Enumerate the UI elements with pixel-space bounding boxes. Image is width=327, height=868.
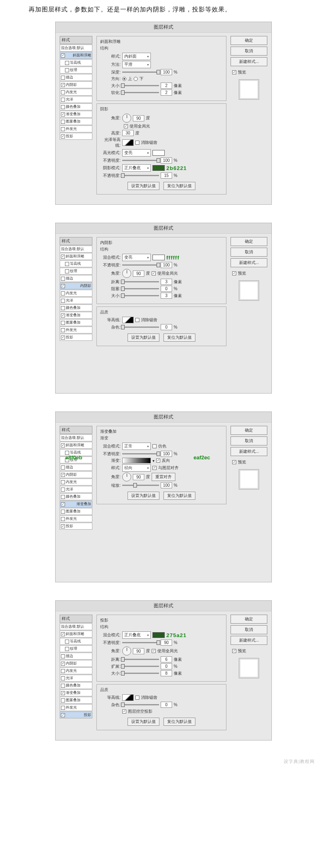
reverse-checkbox[interactable]: ✓ — [156, 459, 160, 463]
spread-input[interactable]: 0 — [161, 663, 172, 669]
size-slider[interactable] — [122, 295, 159, 296]
spread-slider[interactable] — [122, 666, 159, 667]
set-default-button[interactable]: 设置为默认值 — [128, 718, 159, 726]
style-pattern-overlay[interactable]: 图案叠加 — [60, 697, 92, 704]
style-stroke[interactable]: 描边 — [60, 653, 92, 660]
style-texture[interactable]: 纹理 — [60, 268, 92, 275]
cancel-button[interactable]: 取消 — [231, 625, 267, 634]
checkbox-icon[interactable] — [61, 299, 65, 303]
gradient-picker[interactable] — [122, 458, 151, 463]
checkbox-icon[interactable] — [65, 262, 69, 266]
style-pattern-overlay[interactable]: 图案叠加 — [60, 118, 92, 125]
set-default-button[interactable]: 设置为默认值 — [128, 182, 159, 190]
style-bevel[interactable]: ✓斜面和浮雕 — [60, 631, 92, 638]
style-color-overlay[interactable]: 颜色叠加 — [60, 103, 92, 110]
highlight-mode-select[interactable]: 变亮▾ — [122, 149, 151, 157]
style-inner-glow[interactable]: 内发光 — [60, 667, 92, 674]
chevron-down-icon[interactable]: ▾ — [152, 459, 155, 463]
checkbox-icon[interactable] — [61, 98, 65, 102]
checkbox-icon[interactable] — [61, 517, 65, 521]
angle-dial[interactable] — [122, 472, 131, 481]
checkbox-icon[interactable] — [61, 510, 65, 514]
style-gradient-overlay[interactable]: ✓渐变叠加 — [60, 501, 92, 508]
blend-mode-select[interactable]: 变亮▾ — [122, 254, 151, 261]
global-light-checkbox[interactable]: ✓ — [124, 124, 128, 128]
checkbox-icon[interactable] — [65, 68, 69, 72]
blend-mode-select[interactable]: 正常▾ — [122, 443, 151, 450]
reset-align-button[interactable]: 重置对齐 — [152, 473, 175, 481]
noise-input[interactable]: 0 — [161, 702, 172, 708]
cancel-button[interactable]: 取消 — [231, 436, 267, 445]
scale-input[interactable]: 100 — [161, 482, 172, 488]
style-inner-shadow[interactable]: ✓内阴影 — [60, 282, 92, 289]
depth-input[interactable]: 100 — [161, 69, 172, 75]
style-bevel[interactable]: ✓斜面和浮雕 — [60, 442, 92, 449]
highlight-opacity-input[interactable]: 100 — [161, 157, 172, 163]
scale-slider[interactable] — [122, 485, 159, 486]
knockout-checkbox[interactable]: ✓ — [122, 709, 126, 714]
angle-input[interactable]: 90 — [133, 474, 144, 480]
highlight-opacity-slider[interactable] — [122, 160, 159, 161]
size-slider[interactable] — [122, 673, 159, 674]
cancel-button[interactable]: 取消 — [231, 248, 267, 257]
style-blend-default[interactable]: 混合选项:默认 — [60, 623, 92, 630]
distance-slider[interactable] — [122, 281, 159, 282]
checkbox-icon[interactable]: ✓ — [61, 691, 65, 695]
noise-slider[interactable] — [122, 704, 159, 705]
checkbox-icon[interactable] — [61, 669, 65, 673]
style-blend-default[interactable]: 混合选项:默认 — [60, 45, 92, 51]
ok-button[interactable]: 确定 — [231, 615, 267, 624]
size-input[interactable]: 8 — [161, 670, 172, 676]
style-satin[interactable]: 光泽 — [60, 297, 92, 304]
preview-checkbox[interactable]: ✓ — [232, 649, 236, 653]
styles-header[interactable]: 样式 — [60, 426, 92, 434]
style-inner-glow[interactable]: 内发光 — [60, 89, 92, 96]
noise-input[interactable]: 0 — [161, 324, 172, 330]
checkbox-icon[interactable]: ✓ — [61, 336, 65, 340]
checkbox-icon[interactable] — [61, 495, 65, 499]
angle-input[interactable]: 90 — [133, 115, 144, 121]
style-drop-shadow[interactable]: ✓投影 — [60, 711, 92, 718]
style-gradient-overlay[interactable]: ✓渐变叠加 — [60, 312, 92, 319]
checkbox-icon[interactable] — [61, 277, 65, 281]
antialias-checkbox[interactable] — [135, 318, 139, 322]
checkbox-icon[interactable]: ✓ — [61, 54, 65, 58]
opacity-slider[interactable] — [122, 264, 159, 266]
style-select[interactable]: 内斜面▾ — [122, 53, 151, 60]
style-color-overlay[interactable]: 颜色叠加 — [60, 304, 92, 311]
new-style-button[interactable]: 新建样式... — [231, 636, 267, 645]
opacity-input[interactable]: 90 — [161, 640, 172, 646]
checkbox-icon[interactable] — [61, 105, 65, 109]
checkbox-icon[interactable]: ✓ — [61, 713, 65, 717]
checkbox-icon[interactable] — [65, 640, 69, 644]
style-inner-glow[interactable]: 内发光 — [60, 479, 92, 485]
styles-header[interactable]: 样式 — [60, 615, 92, 623]
opacity-slider[interactable] — [122, 642, 159, 643]
reset-default-button[interactable]: 复位为默认值 — [164, 718, 195, 726]
reset-default-button[interactable]: 复位为默认值 — [164, 182, 195, 190]
shadow-color[interactable] — [152, 255, 165, 260]
style-pattern-overlay[interactable]: 图案叠加 — [60, 319, 92, 326]
set-default-button[interactable]: 设置为默认值 — [128, 492, 159, 500]
checkbox-icon[interactable]: ✓ — [61, 524, 65, 528]
style-contour[interactable]: 等高线 — [60, 59, 92, 66]
checkbox-icon[interactable] — [61, 120, 65, 124]
size-slider[interactable] — [122, 85, 159, 86]
new-style-button[interactable]: 新建样式... — [231, 258, 267, 267]
style-outer-glow[interactable]: 外发光 — [60, 327, 92, 333]
distance-input[interactable]: 6 — [161, 656, 172, 662]
altitude-input[interactable]: 30 — [122, 130, 134, 136]
angle-dial[interactable] — [122, 114, 131, 123]
style-contour[interactable]: 等高线 — [60, 638, 92, 645]
checkbox-icon[interactable]: ✓ — [61, 632, 65, 636]
shadow-color[interactable] — [152, 165, 165, 171]
style-stroke[interactable]: 描边 — [60, 275, 92, 282]
style-gradient-overlay[interactable]: ✓渐变叠加 — [60, 111, 92, 118]
shadow-opacity-input[interactable]: 15 — [161, 172, 172, 179]
dither-checkbox[interactable] — [152, 444, 157, 448]
choke-input[interactable]: 0 — [161, 286, 172, 292]
checkbox-icon[interactable] — [61, 676, 65, 680]
style-contour[interactable]: 等高线 — [60, 260, 92, 267]
checkbox-icon[interactable]: ✓ — [61, 502, 65, 506]
set-default-button[interactable]: 设置为默认值 — [128, 333, 159, 342]
